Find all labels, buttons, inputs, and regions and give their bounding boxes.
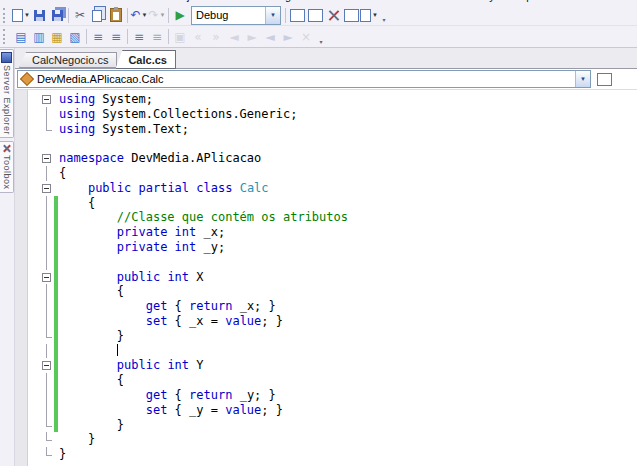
find-in-files-button[interactable] (288, 6, 306, 24)
code-text: get { return _x; } (59, 299, 276, 314)
previous-bookmark-in-folder-button[interactable]: ◄ (225, 28, 243, 46)
redo-button[interactable]: ↷▼ (148, 6, 166, 24)
code-text: } (59, 432, 95, 447)
code-line[interactable]: using System.Collections.Generic; (15, 107, 637, 122)
menu-item-project[interactable]: Project (170, 0, 204, 2)
code-line[interactable] (15, 136, 637, 151)
other-windows-button[interactable]: ▼ (360, 6, 378, 24)
start-debugging-button[interactable]: ▶ (171, 6, 189, 24)
menu-item-edit[interactable]: Edit (41, 0, 60, 2)
chevron-down-icon[interactable]: ▼ (575, 71, 590, 87)
toolbar-grip[interactable] (3, 8, 9, 23)
undo-button[interactable]: ↶▼ (130, 6, 148, 24)
code-text: using System.Text; (59, 122, 189, 137)
decrease-indent-button[interactable]: ≡ (89, 28, 107, 46)
add-new-item-button[interactable]: ▼ (12, 6, 30, 24)
code-editor[interactable]: using System;using System.Collections.Ge… (15, 90, 637, 466)
code-line[interactable]: { (15, 373, 637, 388)
previous-bookmark-document-icon: ◄ (265, 31, 274, 43)
code-line[interactable]: using System; (15, 92, 637, 107)
toolbox-icon (2, 144, 11, 153)
menu-item-data[interactable]: Data (306, 0, 329, 2)
display-quick-info-button[interactable]: ▦ (48, 28, 66, 46)
sidebar-tab-server-explorer[interactable]: Server Explorer (0, 49, 14, 138)
next-bookmark-in-folder-button[interactable]: ► (243, 28, 261, 46)
command-window-button[interactable] (306, 6, 324, 24)
fold-margin (41, 344, 53, 359)
code-text: private int _y; (59, 240, 225, 255)
code-line[interactable]: { (15, 166, 637, 181)
solution-configurations-combo[interactable]: Debug▼ (191, 6, 281, 25)
code-line[interactable]: namespace DevMedia.APlicacao (15, 151, 637, 166)
code-line[interactable]: } (15, 418, 637, 433)
find-window-icon (290, 9, 305, 22)
properties-window-button[interactable] (324, 6, 342, 24)
tab-calcnegocio-cs[interactable]: CalcNegocio.cs (19, 52, 117, 68)
display-word-completion-button[interactable]: ▧ (66, 28, 84, 46)
save-button[interactable] (30, 6, 48, 24)
menu-item-debug[interactable]: Debug (259, 0, 291, 2)
code-line[interactable]: using System.Text; (15, 122, 637, 137)
code-line[interactable]: //Classe que contém os atributos (15, 210, 637, 225)
increase-indent-button[interactable]: ≡ (107, 28, 125, 46)
code-line[interactable] (15, 344, 637, 359)
tab-calc-cs[interactable]: Calc.cs (115, 50, 176, 69)
code-text (59, 344, 118, 359)
fold-toggle[interactable] (42, 184, 51, 193)
previous-bookmark-in-document-button[interactable]: ◄ (261, 28, 279, 46)
menu-item-refactor[interactable]: Refactor (113, 0, 155, 2)
fold-toggle[interactable] (42, 273, 51, 282)
code-line[interactable] (15, 255, 637, 270)
change-tracking-bar (54, 270, 58, 285)
display-parameter-info-button[interactable]: ▥ (30, 28, 48, 46)
toolbar-options-handle[interactable]: ▾ (379, 7, 389, 23)
next-bookmark-in-document-button[interactable]: ► (279, 28, 297, 46)
uncomment-selection-button[interactable]: ≡ (148, 28, 166, 46)
code-line[interactable]: public int X (15, 270, 637, 285)
code-line[interactable]: } (15, 447, 637, 462)
code-line[interactable]: { (15, 284, 637, 299)
fold-toggle[interactable] (42, 154, 51, 163)
fold-margin (41, 107, 53, 122)
menu-item-tools[interactable]: Tools (344, 0, 370, 2)
cut-button[interactable]: ✂ (71, 6, 89, 24)
toolbar-grip[interactable] (3, 29, 9, 44)
comment-selection-button[interactable]: ≡ (130, 28, 148, 46)
code-line[interactable]: } (15, 329, 637, 344)
copy-button[interactable] (89, 6, 107, 24)
menu-item-file[interactable]: File (8, 0, 26, 2)
code-line[interactable]: get { return _y; } (15, 388, 637, 403)
fold-toggle[interactable] (42, 361, 51, 370)
type-dropdown[interactable]: DevMedia.APlicacao.Calc ▼ (17, 70, 591, 88)
code-line[interactable]: public partial class Calc (15, 181, 637, 196)
code-line[interactable]: set { _x = value; } (15, 314, 637, 329)
paste-button[interactable] (107, 6, 125, 24)
fold-margin (41, 270, 53, 285)
save-all-button[interactable] (48, 6, 66, 24)
menu-item-window[interactable]: Window (385, 0, 424, 2)
toolbar-separator (127, 8, 128, 23)
code-line[interactable]: set { _y = value; } (15, 403, 637, 418)
code-line[interactable]: { (15, 196, 637, 211)
code-line[interactable]: get { return _x; } (15, 299, 637, 314)
menu-item-help[interactable]: Help (510, 0, 533, 2)
previous-bookmark-button[interactable]: « (189, 28, 207, 46)
code-line[interactable]: } (15, 432, 637, 447)
display-object-member-list-button[interactable]: ▤ (12, 28, 30, 46)
sidebar-tab-toolbox[interactable]: Toolbox (0, 141, 14, 193)
menu-item-build[interactable]: Build (219, 0, 243, 2)
menu-item-view[interactable]: View (75, 0, 99, 2)
fold-toggle[interactable] (42, 95, 51, 104)
member-dropdown[interactable] (597, 73, 612, 86)
code-text: } (59, 447, 66, 462)
menu-item-community[interactable]: Community (439, 0, 495, 2)
clear-bookmarks-button[interactable]: × (297, 28, 315, 46)
object-browser-button[interactable] (342, 6, 360, 24)
code-line[interactable]: private int _y; (15, 240, 637, 255)
chevron-down-icon[interactable]: ▼ (265, 7, 280, 24)
toolbar-options-handle[interactable]: ▾ (316, 29, 326, 45)
next-bookmark-button[interactable]: » (207, 28, 225, 46)
toggle-bookmark-button[interactable]: ▣ (171, 28, 189, 46)
code-line[interactable]: public int Y (15, 358, 637, 373)
code-line[interactable]: private int _x; (15, 225, 637, 240)
